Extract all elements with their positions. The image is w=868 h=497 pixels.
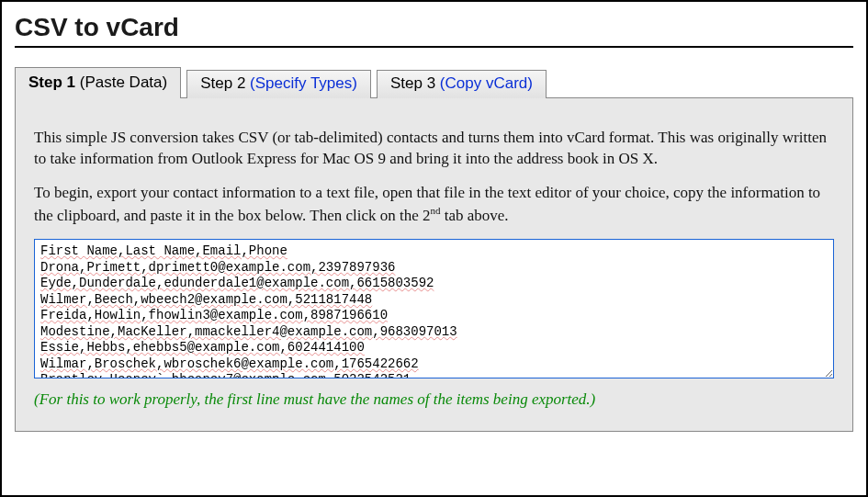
app-frame: CSV to vCard Step 1 (Paste Data) Step 2 … — [0, 0, 868, 497]
intro2-before: To begin, export your contact informatio… — [34, 184, 820, 224]
intro2-sup: nd — [431, 205, 441, 216]
tab-step3-label: Step 3 — [390, 74, 435, 92]
tab-step1[interactable]: Step 1 (Paste Data) — [15, 67, 181, 98]
first-line-hint: (For this to work properly, the first li… — [34, 390, 834, 409]
tab-step3[interactable]: Step 3 (Copy vCard) — [377, 70, 547, 98]
intro-paragraph-1: This simple JS conversion takes CSV (or … — [34, 128, 834, 170]
intro2-after: tab above. — [441, 206, 509, 223]
tab-step2[interactable]: Step 2 (Specify Types) — [186, 70, 371, 98]
tabstrip: Step 1 (Paste Data) Step 2 (Specify Type… — [15, 66, 853, 97]
step1-panel: This simple JS conversion takes CSV (or … — [15, 97, 853, 432]
tab-step2-desc: (Specify Types) — [250, 74, 357, 92]
tab-step2-label: Step 2 — [200, 74, 245, 92]
tab-step1-desc: (Paste Data) — [80, 73, 167, 91]
tab-step1-label: Step 1 — [28, 73, 75, 91]
intro-paragraph-2: To begin, export your contact informatio… — [34, 183, 834, 227]
page-title: CSV to vCard — [15, 13, 853, 42]
tab-step3-desc: (Copy vCard) — [440, 74, 533, 92]
title-rule — [15, 46, 853, 48]
csv-input[interactable] — [34, 239, 834, 378]
